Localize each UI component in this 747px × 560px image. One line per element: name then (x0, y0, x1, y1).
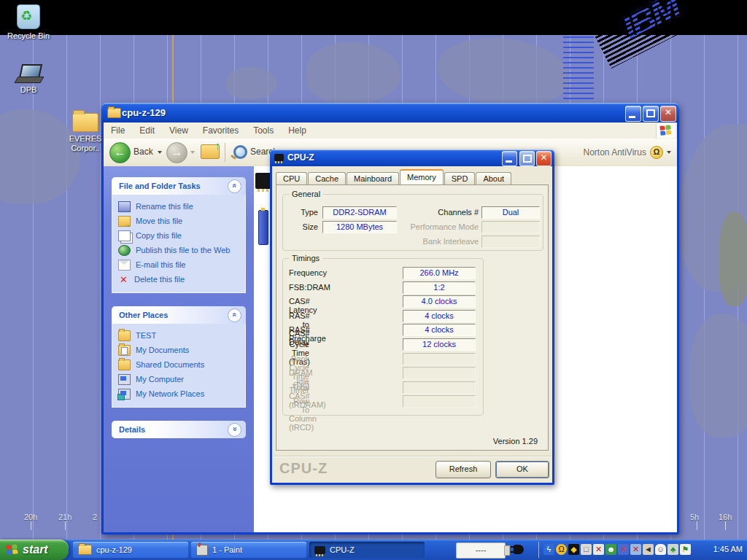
forward-button[interactable]: → (166, 142, 187, 163)
maximize-button[interactable] (519, 151, 535, 166)
volume-icon[interactable]: ◄ (643, 544, 654, 555)
taskbar-task-paint[interactable]: 1 - Paint (191, 542, 306, 558)
close-button[interactable] (536, 151, 551, 166)
timing-row-row-to-column: Row To Column (tRCD) (289, 394, 477, 409)
place-my-network[interactable]: My Network Places (118, 386, 242, 401)
media-blocked-icon[interactable]: ✕ (593, 544, 604, 555)
back-dropdown-icon[interactable] (158, 151, 162, 154)
task-copy[interactable]: Copy this file (118, 228, 242, 243)
place-test[interactable]: TEST (118, 328, 242, 343)
ras-cas-delay-value: 4 clocks (403, 310, 476, 322)
plug-icon[interactable] (514, 545, 524, 554)
user-status-icon[interactable]: ☻ (605, 544, 616, 555)
refresh-button[interactable]: Refresh (436, 461, 491, 478)
minimize-button[interactable] (625, 106, 641, 122)
minimize-button[interactable] (502, 151, 517, 166)
windows-logo-icon (656, 123, 676, 138)
network-connection-icon[interactable]: □ (581, 544, 592, 555)
network-disabled-icon[interactable]: ✕ (630, 544, 641, 555)
performance-mode-value (481, 221, 540, 233)
task-rename[interactable]: Rename this file (118, 199, 242, 214)
bank-interleave-value (481, 236, 540, 248)
desktop: IBM 20h 21h 2 5h 16h ♻ Recycle Bin DPB E… (0, 0, 747, 560)
up-folder-button[interactable] (201, 144, 220, 159)
tab-about[interactable]: About (476, 172, 511, 184)
bank-interleave-label: Bank Interleave (406, 237, 479, 246)
update-sprout-icon[interactable]: ♣ (667, 544, 678, 555)
forward-dropdown-icon[interactable] (190, 151, 195, 154)
task-move[interactable]: Move this file (118, 214, 242, 228)
maximize-button[interactable] (643, 106, 659, 122)
graphics-lightning-icon[interactable]: ϟ (543, 544, 554, 555)
rename-icon (118, 201, 131, 212)
task-publish[interactable]: Publish this file to the Web (118, 243, 242, 257)
ok-button[interactable]: OK (495, 461, 549, 478)
back-label[interactable]: Back (133, 147, 153, 157)
details-header[interactable]: Details « (112, 421, 246, 438)
msconfig-flag-icon[interactable]: ⚑ (680, 544, 691, 555)
explorer-task-pane: File and Folder Tasks « Rename this file… (104, 166, 254, 532)
menu-file[interactable]: File (104, 125, 132, 136)
chevron-down-icon[interactable]: « (228, 423, 241, 437)
tab-mainboard[interactable]: Mainboard (347, 172, 399, 184)
start-button[interactable]: start (0, 540, 69, 560)
type-label: Type (287, 208, 318, 217)
norton-icon: Ω (650, 146, 663, 159)
fsb-dram-value: 1:2 (403, 281, 476, 294)
task-delete[interactable]: ✕Delete this file (118, 272, 242, 287)
menu-edit[interactable]: Edit (132, 125, 162, 136)
tab-cpu[interactable]: CPU (276, 172, 307, 184)
taskbar-deskband[interactable]: ---- (456, 542, 506, 559)
taskbar-clock: 1:45 AM (713, 545, 743, 553)
desktop-icon-dpb[interactable]: DPB (1, 64, 55, 95)
close-button[interactable] (660, 106, 676, 122)
channels-label: Channels # (406, 208, 479, 217)
system-tray: ϟ Ω ◆ □ ✕ ☻ ✕ ✕ ◄ ☺ ♣ ⚑ (543, 544, 691, 555)
menu-help[interactable]: Help (281, 125, 314, 136)
laptop-icon (16, 64, 41, 83)
norton-antivirus-button[interactable]: Norton AntiVirus Ω (584, 146, 672, 159)
search-icon[interactable] (233, 145, 247, 159)
dimm-file-icon[interactable] (258, 210, 268, 245)
map-shape (306, 42, 401, 104)
file-tasks-header[interactable]: File and Folder Tasks « (112, 177, 246, 195)
menu-tools[interactable]: Tools (246, 125, 281, 136)
timezone-tick (697, 521, 697, 530)
task-email[interactable]: E-mail this file (118, 257, 242, 272)
menu-favorites[interactable]: Favorites (196, 125, 246, 136)
cpuz-window: CPU-Z CPU Cache Mainboard Memory SPD Abo… (270, 149, 554, 485)
row-to-column-value (403, 395, 476, 408)
desktop-icon-recycle-bin[interactable]: ♻ Recycle Bin (1, 4, 55, 41)
menu-view[interactable]: View (162, 125, 196, 136)
toolbar-separator (225, 143, 225, 162)
map-shape (226, 67, 277, 99)
explorer-titlebar[interactable]: cpu-z-129 (101, 103, 679, 122)
deskband-grip[interactable] (504, 545, 510, 556)
wallpaper-ladder-pattern (563, 36, 594, 106)
taskbar-task-explorer[interactable]: cpu-z-129 (73, 542, 188, 558)
ghost-icon[interactable]: ☺ (655, 544, 666, 555)
tab-spd[interactable]: SPD (444, 172, 476, 184)
details-panel: Details « (112, 421, 246, 438)
timing-row-total-cas: Total CAS# (tRDRAM) (289, 381, 477, 395)
display-disabled-icon[interactable]: ✕ (618, 544, 629, 555)
timings-group: Timings Frequency266.0 MHz FSB:DRAM1:2 C… (282, 258, 484, 416)
place-my-documents[interactable]: My Documents (118, 343, 242, 357)
goback-diamond-icon[interactable]: ◆ (568, 544, 579, 555)
taskbar-task-cpuz[interactable]: CPU-Z (309, 542, 425, 558)
cpuz-app-icon (314, 546, 325, 554)
norton-antivirus-icon[interactable]: Ω (556, 544, 567, 555)
back-button[interactable]: ← (109, 142, 131, 163)
other-places-header[interactable]: Other Places « (112, 306, 246, 324)
my-computer-icon (118, 374, 131, 385)
place-shared-documents[interactable]: Shared Documents (118, 357, 242, 372)
cpuz-titlebar[interactable]: CPU-Z (270, 149, 554, 166)
chevron-up-icon[interactable]: « (228, 308, 241, 322)
chevron-up-icon[interactable]: « (228, 179, 241, 193)
total-cas-value (403, 381, 476, 394)
tab-memory[interactable]: Memory (400, 169, 444, 184)
file-tasks-panel: File and Folder Tasks « Rename this file… (112, 177, 246, 293)
place-my-computer[interactable]: My Computer (118, 372, 242, 386)
tray-separator (538, 542, 539, 558)
tab-cache[interactable]: Cache (308, 172, 346, 184)
